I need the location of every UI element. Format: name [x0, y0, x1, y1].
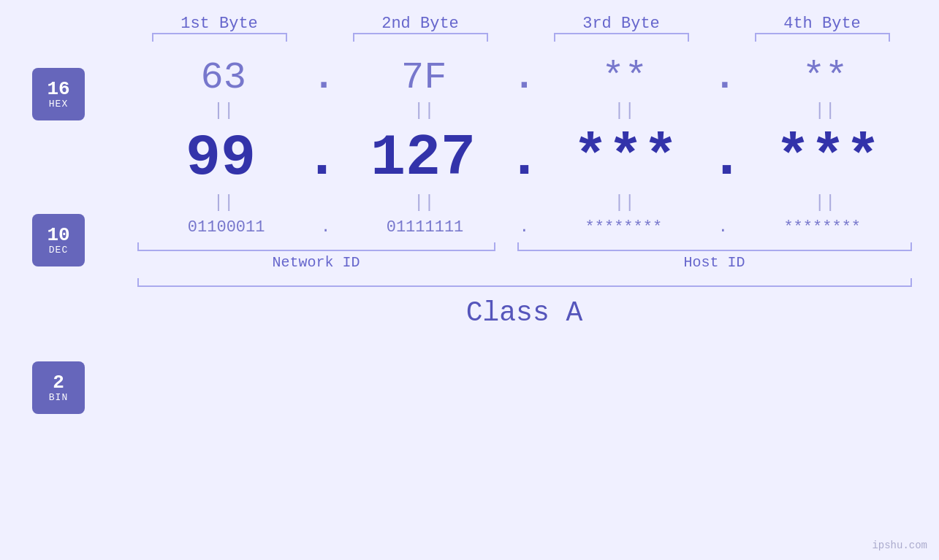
- eq2-2: ||: [340, 193, 508, 212]
- hex-badge: 16 HEX: [32, 68, 85, 120]
- badges-column: 16 HEX 10 DEC 2 BIN: [0, 47, 110, 414]
- class-label: Class A: [137, 297, 912, 329]
- eq-3: ||: [541, 101, 709, 120]
- dec-dot-2: .: [506, 125, 541, 191]
- dec-dot-1: .: [304, 125, 339, 191]
- byte-header-1: 1st Byte: [135, 15, 303, 42]
- hex-row: 63 . 7F . ** . **: [137, 56, 912, 99]
- hex-dot-2: .: [513, 56, 536, 99]
- bin-val-2: 01111111: [341, 218, 509, 237]
- byte-headers-row: 1st Byte 2nd Byte 3rd Byte 4th Byte: [119, 15, 923, 42]
- bin-dot-3: .: [718, 218, 728, 237]
- bin-badge: 2 BIN: [32, 361, 85, 414]
- bracket-3: [554, 33, 689, 42]
- bin-dot-1: .: [321, 218, 330, 237]
- equals-row-2: || || || ||: [137, 193, 912, 212]
- eq2-3: ||: [541, 193, 709, 212]
- dec-badge-wrapper: 10 DEC: [32, 214, 110, 266]
- bin-badge-label: BIN: [49, 392, 68, 403]
- byte-header-2: 2nd Byte: [336, 15, 504, 42]
- eq-2: ||: [340, 101, 508, 120]
- dec-val-3: ***: [542, 125, 710, 191]
- hex-val-3: **: [541, 56, 709, 99]
- byte-header-3: 3rd Byte: [537, 15, 705, 42]
- eq-4: ||: [741, 101, 909, 120]
- bottom-brackets-row: [137, 242, 912, 251]
- hex-badge-num: 16: [47, 80, 69, 99]
- main-container: 1st Byte 2nd Byte 3rd Byte 4th Byte 16 H…: [0, 0, 939, 560]
- byte-label-1: 1st Byte: [135, 15, 303, 33]
- hex-val-1: 63: [140, 56, 308, 99]
- network-id-label: Network ID: [137, 254, 495, 271]
- equals-row: || || || ||: [137, 101, 912, 120]
- network-bracket: [137, 242, 495, 251]
- bracket-1: [152, 33, 287, 42]
- dec-dot-3: .: [709, 125, 744, 191]
- bin-dot-2: .: [520, 218, 529, 237]
- dec-val-4: ***: [745, 125, 912, 191]
- hex-dot-1: .: [312, 56, 335, 99]
- bin-val-1: 01100011: [142, 218, 311, 237]
- hex-badge-label: HEX: [49, 99, 68, 110]
- hex-dot-3: .: [713, 56, 736, 99]
- dec-val-2: 127: [340, 125, 507, 191]
- byte-label-3: 3rd Byte: [537, 15, 705, 33]
- bin-row: 01100011 . 01111111 . ******** . *******…: [137, 218, 912, 237]
- eq2-4: ||: [741, 193, 909, 212]
- eq-1: ||: [140, 101, 308, 120]
- host-bracket: [517, 242, 912, 251]
- id-labels-row: Network ID Host ID: [137, 254, 912, 271]
- bin-badge-num: 2: [53, 373, 64, 392]
- dec-badge: 10 DEC: [32, 214, 85, 266]
- bin-val-3: ********: [539, 218, 707, 237]
- bin-badge-wrapper: 2 BIN: [32, 361, 110, 414]
- dec-badge-label: DEC: [49, 245, 68, 256]
- byte-header-4: 4th Byte: [738, 15, 906, 42]
- dec-val-1: 99: [137, 125, 305, 191]
- byte-label-4: 4th Byte: [738, 15, 906, 33]
- dec-row: 99 . 127 . *** . ***: [137, 125, 912, 191]
- bin-val-4: ********: [738, 218, 906, 237]
- dec-badge-num: 10: [47, 226, 69, 245]
- hex-val-2: 7F: [340, 56, 508, 99]
- eq2-1: ||: [140, 193, 308, 212]
- bracket-2: [353, 33, 488, 42]
- host-id-label: Host ID: [517, 254, 912, 271]
- bracket-4: [755, 33, 890, 42]
- footer-text: ipshu.com: [872, 540, 927, 551]
- main-body: 16 HEX 10 DEC 2 BIN: [0, 47, 939, 414]
- full-bottom-bracket: [137, 278, 912, 287]
- values-column: 63 . 7F . ** . ** || || || || 99: [110, 47, 939, 414]
- hex-val-4: **: [741, 56, 909, 99]
- byte-label-2: 2nd Byte: [336, 15, 504, 33]
- hex-badge-wrapper: 16 HEX: [32, 68, 110, 120]
